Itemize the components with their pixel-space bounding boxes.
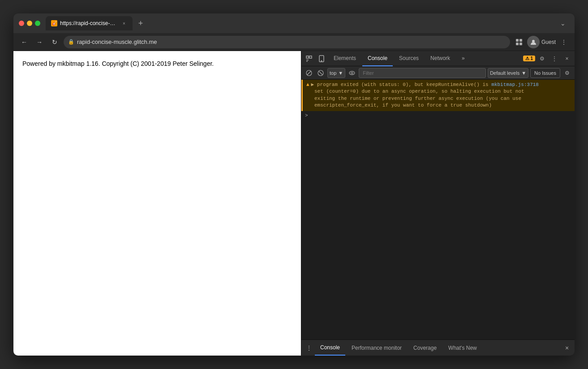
- svg-rect-0: [516, 39, 519, 42]
- svg-line-10: [307, 71, 311, 75]
- svg-rect-2: [516, 43, 519, 45]
- browser-viewport: Powered by mkbitmap 1.16. Copyright (C) …: [13, 51, 301, 356]
- browser-window: 🎸 https://rapid-concise-muscle.g... × + …: [13, 13, 575, 356]
- drawer-tab-performance-monitor[interactable]: Performance monitor: [346, 340, 407, 356]
- svg-rect-3: [519, 43, 522, 45]
- no-issues-badge: No Issues: [530, 68, 560, 78]
- default-levels-selector[interactable]: Default levels ▼: [488, 68, 528, 78]
- svg-point-8: [321, 60, 322, 61]
- tab-bar: 🎸 https://rapid-concise-muscle.g... × +: [46, 16, 553, 30]
- devtools-tab-console[interactable]: Console: [362, 51, 393, 66]
- window-menu-chevron[interactable]: ⌄: [557, 20, 569, 27]
- console-settings-button[interactable]: ⚙: [562, 68, 572, 78]
- svg-rect-6: [309, 56, 312, 58]
- nav-bar-end: Guest ⋮: [513, 36, 570, 48]
- svg-rect-5: [306, 56, 309, 58]
- new-tab-button[interactable]: +: [134, 17, 147, 30]
- address-bar[interactable]: 🔒 rapid-concise-muscle.glitch.me: [64, 36, 510, 48]
- file-link[interactable]: mkbitmap.js:3718: [491, 82, 539, 87]
- nav-bar: ← → ↻ 🔒 rapid-concise-muscle.glitch.me: [13, 33, 575, 51]
- context-selector[interactable]: top ▼: [327, 68, 345, 78]
- svg-point-14: [351, 72, 353, 74]
- device-toolbar-button[interactable]: [316, 53, 327, 64]
- devtools-tab-more[interactable]: »: [456, 51, 470, 66]
- console-output: ▲ ▶ program exited (with status: 0), but…: [301, 80, 575, 339]
- devtools-close-button[interactable]: ×: [561, 53, 573, 64]
- lock-icon: 🔒: [68, 39, 74, 45]
- console-prompt-line: >: [301, 111, 575, 120]
- refresh-button[interactable]: ↻: [48, 36, 61, 48]
- devtools-settings-button[interactable]: ⚙: [536, 53, 548, 64]
- clear-console-button[interactable]: [304, 68, 314, 78]
- profile-button[interactable]: [527, 36, 540, 48]
- page-text: Powered by mkbitmap 1.16. Copyright (C) …: [22, 60, 214, 67]
- extensions-button[interactable]: [513, 36, 525, 48]
- console-warning-message: ▲ ▶ program exited (with status: 0), but…: [301, 80, 575, 111]
- traffic-lights: [19, 21, 40, 26]
- drawer-tab-console[interactable]: Console: [315, 340, 345, 356]
- devtools-more-button[interactable]: ⋮: [549, 53, 560, 64]
- tab-favicon: 🎸: [51, 20, 57, 26]
- devtools-tab-elements[interactable]: Elements: [328, 51, 361, 66]
- page-content: Powered by mkbitmap 1.16. Copyright (C) …: [13, 51, 301, 76]
- back-button[interactable]: ←: [18, 36, 30, 48]
- devtools-tab-network[interactable]: Network: [425, 51, 455, 66]
- main-content: Powered by mkbitmap 1.16. Copyright (C) …: [13, 51, 575, 356]
- warning-badge: ⚠ 1: [523, 56, 535, 61]
- url-text: rapid-concise-muscle.glitch.me: [77, 39, 157, 45]
- inspect-element-button[interactable]: [303, 53, 315, 64]
- active-tab[interactable]: 🎸 https://rapid-concise-muscle.g... ×: [46, 16, 133, 30]
- devtools-panel: Elements Console Sources Network » ⚠ 1: [301, 51, 575, 356]
- filter-input[interactable]: [359, 68, 486, 78]
- profile-label: Guest: [541, 39, 556, 45]
- eye-icon-button[interactable]: [347, 68, 357, 78]
- tab-title: https://rapid-concise-muscle.g...: [60, 20, 118, 26]
- svg-point-13: [349, 71, 355, 75]
- more-options-button[interactable]: ⋮: [558, 36, 570, 48]
- minimize-window-button[interactable]: [27, 21, 32, 26]
- close-window-button[interactable]: [19, 21, 24, 26]
- warning-icon: ▲: [306, 82, 309, 88]
- title-bar: 🎸 https://rapid-concise-muscle.g... × + …: [13, 13, 575, 33]
- devtools-drawer: ⋮ Console Performance monitor Coverage W…: [301, 339, 575, 356]
- tab-close-button[interactable]: ×: [121, 20, 127, 26]
- block-icon[interactable]: [316, 68, 326, 78]
- devtools-tab-sources[interactable]: Sources: [394, 51, 424, 66]
- maximize-window-button[interactable]: [35, 21, 40, 26]
- console-warning-text: ▶ program exited (with status: 0), but k…: [311, 82, 571, 88]
- console-warning-row: ▲ ▶ program exited (with status: 0), but…: [306, 82, 571, 88]
- devtools-toolbar-icons: ⚠ 1 ⚙ ⋮ ×: [523, 53, 573, 64]
- console-prompt-arrow: >: [305, 113, 308, 118]
- drawer-tab-coverage[interactable]: Coverage: [408, 340, 442, 356]
- devtools-toolbar: Elements Console Sources Network » ⚠ 1: [301, 51, 575, 66]
- drawer-tab-whats-new[interactable]: What's New: [443, 340, 482, 356]
- forward-button[interactable]: →: [33, 36, 46, 48]
- console-toolbar: top ▼ Default levels ▼ No Issues: [301, 66, 575, 80]
- svg-rect-1: [519, 39, 522, 42]
- svg-line-12: [319, 71, 322, 74]
- drawer-close-button[interactable]: ×: [562, 343, 572, 353]
- drawer-menu-button[interactable]: ⋮: [304, 343, 314, 353]
